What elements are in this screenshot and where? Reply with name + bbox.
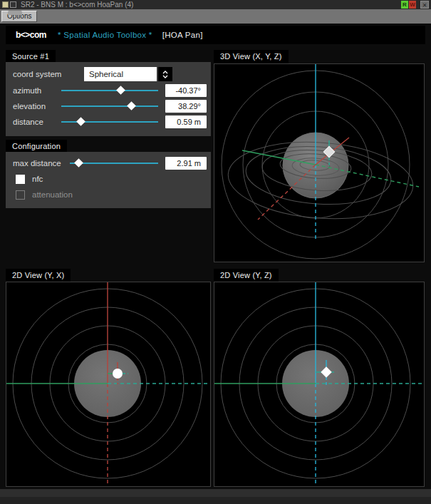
plugin-surface: b<>com * Spatial Audio Toolbox * [HOA Pa…: [0, 24, 431, 489]
write-badge[interactable]: W: [409, 1, 416, 9]
view-3d-scene[interactable]: [214, 64, 424, 262]
max-distance-slider-thumb[interactable]: [74, 158, 83, 168]
max-distance-slider[interactable]: [70, 158, 158, 169]
titlebar-checkbox-dark[interactable]: [10, 1, 16, 8]
elevation-label: elevation: [13, 102, 53, 110]
distance-value-field[interactable]: 0.59 m: [165, 115, 207, 128]
view-3d[interactable]: [214, 63, 425, 262]
titlebar-checkbox-light[interactable]: [2, 1, 9, 8]
azimuth-value-field[interactable]: -40.37°: [165, 84, 207, 97]
window-title: SR2 - BNS M : b<>com HoaPan (4): [21, 0, 133, 9]
distance-label: distance: [13, 118, 53, 126]
elevation-value-field[interactable]: 38.29°: [165, 100, 207, 113]
distance-slider-thumb[interactable]: [76, 117, 85, 126]
attenuation-label: attenuation: [32, 190, 73, 199]
configuration-panel: max distance 2.91 m nfc attenuation: [6, 152, 211, 208]
view-yx-title: 2D View (Y, X): [6, 269, 71, 282]
max-distance-value-field[interactable]: 2.91 m: [165, 157, 207, 170]
azimuth-slider[interactable]: [61, 85, 158, 96]
plugin-name: [HOA Pan]: [162, 31, 203, 39]
bcom-logo: b<>com: [16, 30, 46, 40]
close-icon[interactable]: ✕: [420, 1, 429, 9]
elevation-slider-thumb[interactable]: [127, 101, 136, 110]
view-yz[interactable]: [214, 282, 425, 487]
distance-slider[interactable]: [61, 116, 158, 128]
chevron-up-down-icon: [162, 70, 169, 79]
view-yx[interactable]: [6, 282, 211, 487]
elevation-slider[interactable]: [61, 101, 158, 112]
app-title: * Spatial Audio Toolbox *: [58, 31, 152, 39]
coord-system-dropdown-button[interactable]: [158, 67, 172, 81]
read-badge[interactable]: R: [401, 1, 408, 9]
attenuation-checkbox: [16, 190, 25, 200]
source-panel: coord system Spherical azimuth -40.37° e…: [6, 62, 211, 136]
nfc-label: nfc: [32, 175, 43, 183]
elevation-slider-track[interactable]: [61, 106, 158, 107]
view-yz-title: 2D View (Y, Z): [214, 269, 279, 282]
window-titlebar[interactable]: SR2 - BNS M : b<>com HoaPan (4) R W ✕: [0, 0, 431, 9]
view-yx-scene[interactable]: [6, 282, 210, 486]
coord-system-select[interactable]: Spherical: [84, 67, 157, 81]
azimuth-slider-track[interactable]: [61, 90, 158, 91]
nfc-checkbox[interactable]: [16, 175, 25, 184]
coord-system-label: coord system: [13, 70, 76, 78]
azimuth-slider-thumb[interactable]: [116, 86, 125, 95]
plugin-header: b<>com * Spatial Audio Toolbox * [HOA Pa…: [6, 26, 425, 44]
footer-button-partial[interactable]: [8, 11, 22, 15]
azimuth-label: azimuth: [13, 86, 53, 95]
options-bar: Options: [0, 9, 431, 24]
footer-lower-strip: [0, 497, 431, 504]
view-3d-title: 3D View (X, Y, Z): [214, 50, 289, 63]
view-yz-scene[interactable]: [214, 282, 424, 486]
window-footer: [0, 489, 431, 504]
max-distance-label: max distance: [13, 159, 61, 168]
